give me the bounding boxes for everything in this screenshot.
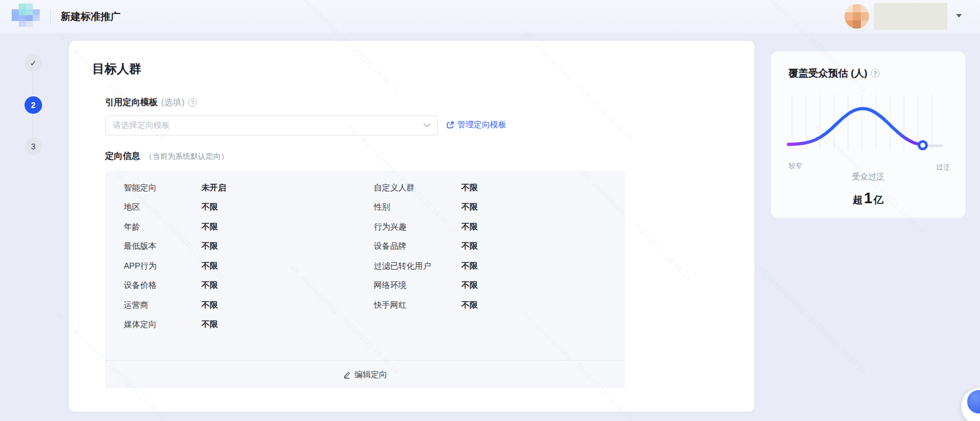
step-2-number: 2: [31, 100, 36, 110]
row-label: 地区: [124, 202, 201, 213]
table-row: 媒体定向不限: [124, 315, 226, 335]
manage-templates-link[interactable]: 管理定向模板: [446, 120, 506, 130]
row-value: 不限: [201, 319, 218, 330]
user-name-redacted[interactable]: [874, 3, 947, 30]
table-row: 自定义人群不限: [374, 178, 478, 198]
row-value: 不限: [201, 241, 218, 252]
external-link-icon: [446, 121, 454, 129]
edit-pencil-icon: [343, 371, 351, 379]
template-select[interactable]: 请选择定向模板: [105, 116, 438, 135]
row-value: 不限: [461, 241, 478, 252]
manage-templates-label: 管理定向模板: [457, 120, 506, 130]
template-label-note: (选填): [161, 97, 185, 108]
row-label: 行为兴趣: [374, 222, 461, 232]
row-value: 不限: [201, 222, 218, 232]
step-connector: [33, 115, 33, 137]
row-value: 不限: [461, 183, 478, 193]
assistant-mascot-icon: [967, 390, 980, 413]
page: 新建标准推广 ✓ 2 3 目标人群 引用定向模板 (选填) ? 请选择定向模板: [0, 0, 980, 421]
row-label: 性别: [374, 202, 461, 213]
help-icon[interactable]: ?: [871, 69, 880, 78]
curve-endpoint-marker: [919, 141, 927, 149]
row-label: 自定义人群: [374, 183, 461, 193]
row-value: 不限: [461, 300, 478, 311]
template-select-placeholder: 请选择定向模板: [113, 120, 170, 131]
targeting-column-left: 智能定向未开启 地区不限 年龄不限 最低版本不限 APP行为不限 设备价格不限 …: [124, 178, 226, 335]
row-label: 设备品牌: [374, 241, 461, 252]
row-value: 不限: [461, 202, 478, 213]
row-value: 未开启: [201, 183, 226, 193]
row-value: 不限: [461, 222, 478, 232]
row-label: 运营商: [124, 300, 201, 311]
row-label: 智能定向: [124, 183, 201, 193]
step-1-complete[interactable]: ✓: [25, 54, 42, 72]
table-row: APP行为不限: [124, 256, 226, 276]
top-bar: 新建标准推广: [0, 0, 980, 33]
row-label: APP行为: [124, 261, 201, 272]
targeting-info-note: （当前为系统默认定向）: [145, 151, 228, 162]
reach-bell-curve-chart: [784, 92, 950, 158]
app-logo: [12, 4, 40, 27]
reach-estimate-title-text: 覆盖受众预估 (人): [788, 67, 867, 80]
targeting-info-title: 定向信息: [105, 151, 140, 162]
table-row: 性别不限: [374, 198, 478, 218]
reach-estimate-panel: 覆盖受众预估 (人) ? 较窄 过泛 受众过泛 超1亿: [771, 51, 965, 218]
table-row: 过滤已转化用户不限: [374, 256, 478, 276]
edit-targeting-label: 编辑定向: [355, 370, 387, 380]
watermark: wb_shanxiaotong - 2025/02/11 16:06:18: [755, 263, 868, 375]
table-row: 运营商不限: [124, 295, 226, 315]
select-chevron-icon: [423, 123, 430, 128]
row-value: 不限: [461, 280, 478, 291]
row-label: 网络环境: [374, 280, 461, 291]
table-row: 最低版本不限: [124, 237, 226, 257]
row-value: 不限: [201, 280, 218, 291]
row-value: 不限: [461, 261, 478, 272]
table-row: 快手网红不限: [374, 295, 478, 315]
check-icon: ✓: [30, 58, 37, 68]
row-label: 最低版本: [124, 241, 201, 252]
reach-estimate-title: 覆盖受众预估 (人) ?: [788, 67, 880, 80]
estimate-number: 1: [864, 189, 872, 207]
row-label: 快手网红: [374, 300, 461, 311]
step-3-number: 3: [31, 142, 36, 151]
table-row: 设备价格不限: [124, 276, 226, 296]
row-value: 不限: [201, 300, 218, 311]
table-row: 设备品牌不限: [374, 237, 478, 257]
table-row: 行为兴趣不限: [374, 217, 478, 237]
row-label: 过滤已转化用户: [374, 261, 461, 272]
estimate-value: 超1亿: [771, 189, 965, 207]
template-field-label: 引用定向模板 (选填) ?: [105, 97, 197, 108]
target-audience-card: 目标人群 引用定向模板 (选填) ? 请选择定向模板 管理定向模板 定向信息 （…: [69, 41, 755, 412]
bell-curve-line: [788, 109, 923, 145]
targeting-info-header: 定向信息 （当前为系统默认定向）: [105, 151, 228, 162]
assistant-float-button[interactable]: [961, 388, 980, 421]
row-value: 不限: [201, 261, 218, 272]
row-label: 媒体定向: [124, 319, 201, 330]
estimate-prefix: 超: [853, 194, 863, 206]
table-row: 地区不限: [124, 198, 226, 218]
help-icon[interactable]: ?: [188, 98, 197, 107]
step-connector: [33, 73, 33, 95]
table-row: 年龄不限: [124, 217, 226, 237]
targeting-summary-table: 智能定向未开启 地区不限 年龄不限 最低版本不限 APP行为不限 设备价格不限 …: [105, 171, 625, 388]
table-row: 智能定向未开启: [124, 178, 226, 198]
chevron-down-icon[interactable]: [956, 14, 962, 18]
row-label: 设备价格: [124, 280, 201, 291]
table-row: 网络环境不限: [374, 276, 478, 296]
targeting-column-right: 自定义人群不限 性别不限 行为兴趣不限 设备品牌不限 过滤已转化用户不限 网络环…: [374, 178, 478, 315]
scale-narrow-label: 较窄: [788, 161, 802, 171]
scale-broad-label: 过泛: [936, 162, 950, 172]
section-title: 目标人群: [92, 61, 141, 77]
edit-targeting-button[interactable]: 编辑定向: [105, 360, 625, 388]
row-label: 年龄: [124, 222, 201, 232]
page-title: 新建标准推广: [61, 10, 120, 23]
audience-status-label: 受众过泛: [771, 172, 965, 182]
step-3[interactable]: 3: [25, 138, 42, 155]
estimate-unit: 亿: [874, 194, 884, 206]
user-avatar[interactable]: [845, 4, 869, 29]
template-label-text: 引用定向模板: [105, 97, 158, 108]
row-value: 不限: [201, 202, 218, 213]
step-2-active[interactable]: 2: [25, 96, 42, 114]
header-divider: [50, 9, 51, 23]
